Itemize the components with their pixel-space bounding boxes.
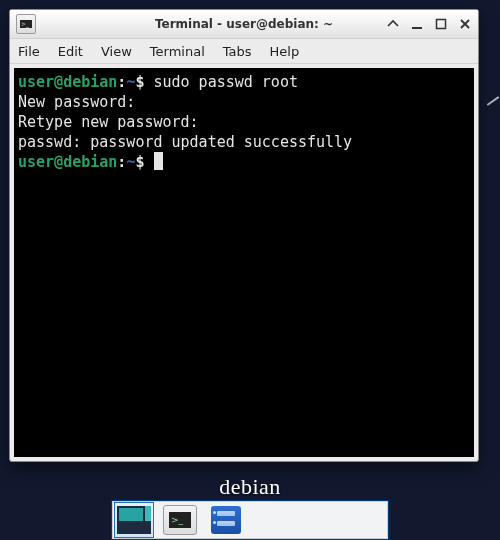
- output-line: New password:: [18, 93, 135, 111]
- terminal-icon: >_: [163, 505, 197, 535]
- window-title: Terminal - user@debian: ~: [155, 17, 333, 31]
- minimize-button[interactable]: [410, 17, 424, 31]
- desktop-brand: debian: [219, 474, 281, 500]
- taskbar-item-show-desktop[interactable]: [114, 502, 154, 538]
- terminal-wrap: user@debian:~$ sudo passwd root New pass…: [10, 64, 478, 461]
- cursor: [154, 152, 163, 170]
- taskbar: >_: [111, 500, 389, 540]
- wallpaper-streak: [487, 96, 500, 106]
- output-line: passwd: password updated successfully: [18, 133, 352, 151]
- command-text: sudo passwd root: [153, 73, 298, 91]
- titlebar[interactable]: >_ Terminal - user@debian: ~: [10, 10, 478, 39]
- rollup-button[interactable]: [386, 17, 400, 31]
- file-manager-icon: [211, 506, 241, 534]
- svg-rect-0: [412, 27, 422, 29]
- menu-help[interactable]: Help: [268, 42, 302, 61]
- prompt-dollar: $: [135, 153, 144, 171]
- terminal-app-icon: >_: [16, 14, 36, 34]
- prompt-userhost: user@debian: [18, 153, 117, 171]
- window-controls: [386, 17, 472, 31]
- taskbar-item-search[interactable]: [298, 502, 338, 538]
- menu-view[interactable]: View: [99, 42, 134, 61]
- prompt-userhost: user@debian: [18, 73, 117, 91]
- show-desktop-icon: [117, 506, 151, 534]
- menu-file[interactable]: File: [16, 42, 42, 61]
- taskbar-item-file-manager[interactable]: [206, 502, 246, 538]
- svg-rect-1: [437, 20, 446, 29]
- menu-edit[interactable]: Edit: [56, 42, 85, 61]
- output-line: Retype new password:: [18, 113, 199, 131]
- menu-terminal[interactable]: Terminal: [148, 42, 207, 61]
- maximize-button[interactable]: [434, 17, 448, 31]
- prompt-dollar: $: [135, 73, 144, 91]
- menu-tabs[interactable]: Tabs: [221, 42, 254, 61]
- close-button[interactable]: [458, 17, 472, 31]
- taskbar-item-web-browser[interactable]: [252, 502, 292, 538]
- terminal-area[interactable]: user@debian:~$ sudo passwd root New pass…: [14, 68, 474, 457]
- terminal-window: >_ Terminal - user@debian: ~ File Edit V…: [9, 9, 479, 462]
- menubar: File Edit View Terminal Tabs Help: [10, 39, 478, 64]
- taskbar-item-terminal[interactable]: >_: [160, 502, 200, 538]
- taskbar-item-folder[interactable]: [344, 502, 384, 538]
